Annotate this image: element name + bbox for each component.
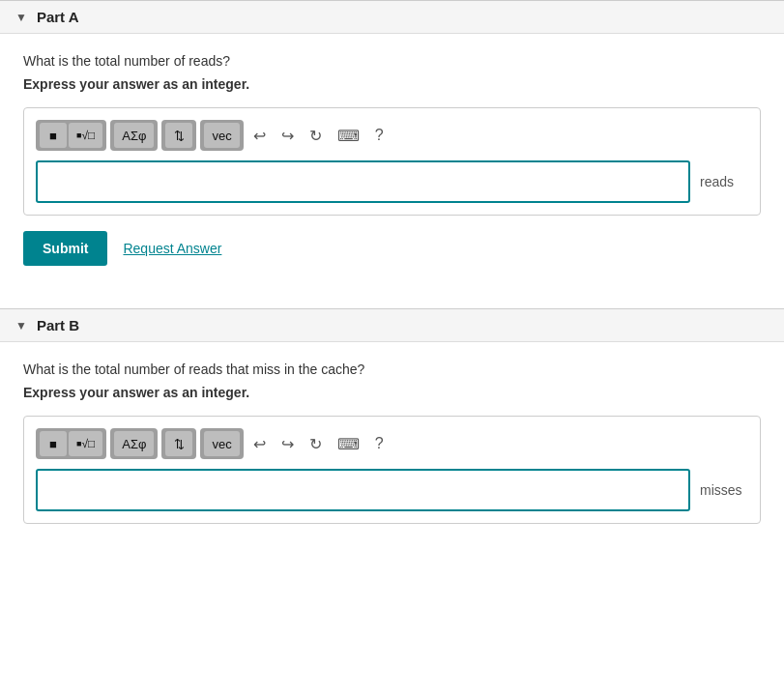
part-a-arrows-btn[interactable]: ⇅ — [165, 123, 192, 148]
part-a-math-group1: ■ ■√□ — [36, 120, 106, 151]
part-b-sqrt-btn[interactable]: ■√□ — [69, 431, 102, 456]
part-b-input-row: misses — [36, 469, 748, 511]
part-a-header[interactable]: ▼ Part A — [0, 1, 784, 34]
part-b-unit: misses — [700, 482, 748, 498]
part-a-alpha-btn[interactable]: ΑΣφ — [114, 123, 154, 148]
part-b-refresh-btn[interactable]: ↻ — [304, 431, 328, 457]
part-a-math-group4: vec — [200, 120, 243, 151]
part-b-math-group3: ⇅ — [161, 428, 196, 459]
part-b-chevron: ▼ — [15, 319, 27, 333]
part-a-section: ▼ Part A What is the total number of rea… — [0, 0, 784, 289]
part-b-answer-box: ■ ■√□ ΑΣφ ⇅ vec ↩ ↪ ↻ ⌨ ? — [23, 416, 761, 524]
part-b-square-btn[interactable]: ■ — [40, 431, 67, 456]
part-a-square-btn[interactable]: ■ — [40, 123, 67, 148]
part-b-keyboard-btn[interactable]: ⌨ — [332, 431, 365, 457]
part-a-actions: Submit Request Answer — [23, 231, 761, 266]
part-b-alpha-btn[interactable]: ΑΣφ — [114, 431, 154, 456]
part-a-math-group3: ⇅ — [161, 120, 196, 151]
part-b-vec-btn[interactable]: vec — [204, 431, 239, 456]
part-a-instruction: Express your answer as an integer. — [23, 76, 761, 92]
part-a-answer-box: ■ ■√□ ΑΣφ ⇅ vec ↩ ↪ ↻ ⌨ ? — [23, 107, 761, 216]
part-a-chevron: ▼ — [15, 11, 27, 24]
part-a-sqrt-btn[interactable]: ■√□ — [69, 123, 102, 148]
part-a-unit: reads — [700, 174, 748, 189]
part-b-header[interactable]: ▼ Part B — [0, 309, 784, 342]
part-a-question: What is the total number of reads? — [23, 53, 761, 69]
part-b-redo-btn[interactable]: ↪ — [276, 431, 300, 457]
part-b-input[interactable] — [36, 469, 690, 511]
part-a-math-group2: ΑΣφ — [110, 120, 158, 151]
part-a-refresh-btn[interactable]: ↻ — [304, 123, 328, 149]
part-a-input[interactable] — [36, 160, 690, 203]
part-b-body: What is the total number of reads that m… — [0, 342, 784, 563]
part-b-question: What is the total number of reads that m… — [23, 361, 761, 377]
part-a-submit-button[interactable]: Submit — [23, 231, 107, 266]
part-b-help-btn[interactable]: ? — [369, 431, 390, 456]
part-a-request-answer-button[interactable]: Request Answer — [123, 241, 221, 256]
part-a-input-row: reads — [36, 160, 748, 203]
part-a-help-btn[interactable]: ? — [369, 123, 390, 148]
part-a-body: What is the total number of reads? Expre… — [0, 34, 784, 289]
part-b-title: Part B — [37, 317, 79, 333]
part-a-redo-btn[interactable]: ↪ — [276, 123, 300, 149]
part-b-math-group1: ■ ■√□ — [36, 428, 106, 459]
part-a-keyboard-btn[interactable]: ⌨ — [332, 123, 365, 149]
part-b-math-group2: ΑΣφ — [110, 428, 158, 459]
part-b-section: ▼ Part B What is the total number of rea… — [0, 308, 784, 563]
part-a-title: Part A — [37, 9, 79, 25]
part-b-math-group4: vec — [200, 428, 243, 459]
part-a-vec-btn[interactable]: vec — [204, 123, 239, 148]
part-a-toolbar: ■ ■√□ ΑΣφ ⇅ vec ↩ ↪ ↻ ⌨ ? — [36, 120, 748, 151]
part-a-undo-btn[interactable]: ↩ — [247, 123, 272, 149]
part-b-undo-btn[interactable]: ↩ — [247, 431, 272, 457]
part-b-toolbar: ■ ■√□ ΑΣφ ⇅ vec ↩ ↪ ↻ ⌨ ? — [36, 428, 748, 459]
part-b-arrows-btn[interactable]: ⇅ — [165, 431, 192, 456]
part-b-instruction: Express your answer as an integer. — [23, 385, 761, 400]
